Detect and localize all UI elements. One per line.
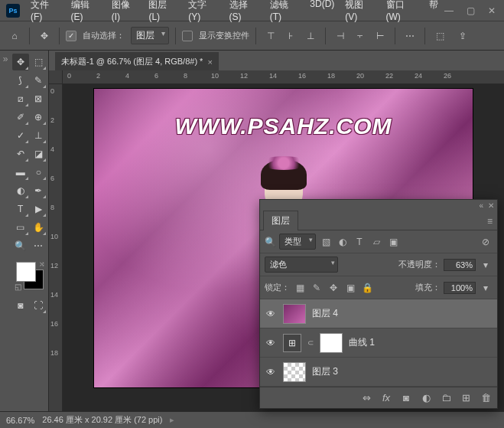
layer-name[interactable]: 图层 3 — [312, 365, 338, 378]
eyedropper-tool[interactable]: ✐ — [12, 109, 29, 126]
pen-tool[interactable]: ✒ — [31, 182, 47, 199]
layer-item[interactable]: 👁 图层 3 — [260, 358, 497, 387]
edit-toolbar[interactable]: ⋯ — [31, 237, 47, 254]
auto-select-checkbox[interactable]: ✓ — [66, 31, 76, 41]
delete-layer-icon[interactable]: 🗑 — [479, 391, 493, 405]
menu-edit[interactable]: 编辑(E) — [67, 0, 106, 25]
layer-thumbnail[interactable] — [283, 304, 306, 324]
menu-file[interactable]: 文件(F) — [26, 0, 65, 25]
panel-collapse-left[interactable]: » — [0, 51, 11, 411]
stamp-tool[interactable]: ⊥ — [31, 127, 47, 144]
adjustment-icon[interactable]: ⊞ — [283, 334, 301, 352]
layer-name[interactable]: 图层 4 — [312, 307, 338, 320]
lock-paint-icon[interactable]: ✎ — [310, 281, 324, 295]
type-tool[interactable]: T — [12, 201, 29, 217]
path-select-tool[interactable]: ▶ — [31, 201, 47, 217]
close-button[interactable]: ✕ — [486, 5, 498, 16]
marquee-tool[interactable]: ⬚ — [31, 54, 47, 70]
align-hmid-icon[interactable]: ⫟ — [352, 28, 369, 44]
minimize-button[interactable]: — — [443, 5, 455, 16]
filter-shape-icon[interactable]: ▱ — [369, 235, 383, 249]
move-tool-icon[interactable]: ✥ — [36, 28, 53, 44]
layer-item[interactable]: 👁 图层 4 — [260, 299, 497, 328]
align-bottom-icon[interactable]: ⊥ — [302, 28, 319, 44]
3d-mode-icon[interactable]: ⬚ — [431, 28, 448, 44]
menu-layer[interactable]: 图层(L) — [144, 0, 182, 25]
zoom-level[interactable]: 66.67% — [6, 416, 34, 425]
document-dimensions[interactable]: 26.46 厘米 x 20.92 厘米 (72 ppi) — [42, 414, 162, 426]
lock-all-icon[interactable]: 🔒 — [360, 281, 374, 295]
frame-tool[interactable]: ⊠ — [31, 90, 47, 107]
link-layers-icon[interactable]: ⇔ — [359, 391, 373, 405]
document-tab[interactable]: 未标题-1 @ 66.7% (图层 4, RGB/8#) * × — [55, 52, 219, 70]
ruler-origin[interactable] — [49, 70, 63, 84]
opacity-input[interactable]: 63% — [444, 259, 476, 271]
panel-collapse-icon[interactable]: « — [479, 201, 483, 210]
fx-icon[interactable]: fx — [379, 391, 393, 405]
lock-nest-icon[interactable]: ▣ — [343, 281, 357, 295]
menu-view[interactable]: 视图(V) — [340, 0, 379, 25]
home-icon[interactable]: ⌂ — [6, 28, 23, 44]
filter-pixel-icon[interactable]: ▧ — [319, 235, 333, 249]
gradient-tool[interactable]: ▬ — [12, 164, 29, 181]
ruler-vertical[interactable]: 024681012141618 — [49, 84, 63, 411]
align-right-icon[interactable]: ⊢ — [372, 28, 389, 44]
swap-colors-icon[interactable]: ⤭ — [39, 260, 45, 268]
opacity-drop-icon[interactable]: ▾ — [479, 258, 493, 272]
visibility-icon[interactable]: 👁 — [265, 309, 277, 319]
mask-thumbnail[interactable] — [320, 333, 343, 353]
blend-mode-select[interactable]: 滤色 — [265, 256, 338, 273]
zoom-tool[interactable]: 🔍 — [12, 237, 29, 254]
ruler-horizontal[interactable]: 02468101214161820222426 — [63, 70, 504, 84]
adjustment-layer-icon[interactable]: ◐ — [419, 391, 433, 405]
layer-thumbnail[interactable] — [283, 362, 306, 382]
dodge-tool[interactable]: ◐ — [12, 182, 29, 199]
filter-type-select[interactable]: 类型 — [279, 234, 316, 250]
visibility-icon[interactable]: 👁 — [265, 338, 277, 348]
lock-pos-icon[interactable]: ✥ — [327, 281, 340, 295]
menu-window[interactable]: 窗口(W) — [382, 0, 423, 25]
shape-tool[interactable]: ▭ — [12, 219, 29, 236]
panel-close-icon[interactable]: ✕ — [488, 201, 494, 210]
quickmask-tool[interactable]: ◙ — [12, 297, 29, 314]
menu-select[interactable]: 选择(S) — [225, 0, 264, 25]
panel-menu-icon[interactable]: ≡ — [483, 213, 497, 230]
align-left-icon[interactable]: ⊣ — [332, 28, 349, 44]
history-brush-tool[interactable]: ↶ — [12, 145, 29, 162]
fill-drop-icon[interactable]: ▾ — [479, 281, 493, 295]
mask-icon[interactable]: ◙ — [399, 391, 413, 405]
share-icon[interactable]: ⇪ — [454, 28, 471, 44]
menu-filter[interactable]: 滤镜(T) — [265, 0, 304, 25]
show-transform-checkbox[interactable] — [182, 31, 193, 41]
menu-3d[interactable]: 3D(D) — [305, 0, 339, 25]
move-tool[interactable]: ✥ — [12, 54, 29, 70]
fill-input[interactable]: 100% — [444, 282, 476, 294]
filter-toggle-icon[interactable]: ⊘ — [479, 235, 493, 249]
layer-item[interactable]: 👁 ⊞ ⊂ 曲线 1 — [260, 328, 497, 358]
filter-type-icon[interactable]: T — [353, 235, 366, 249]
menu-image[interactable]: 图像(I) — [107, 0, 143, 25]
filter-adjust-icon[interactable]: ◐ — [336, 235, 350, 249]
new-layer-icon[interactable]: ⊞ — [459, 391, 473, 405]
layers-tab[interactable]: 图层 — [263, 211, 298, 230]
auto-select-target[interactable]: 图层 — [131, 27, 169, 44]
tab-close-icon[interactable]: × — [207, 57, 212, 67]
default-colors-icon[interactable]: ◱ — [15, 283, 21, 291]
blur-tool[interactable]: ○ — [31, 164, 47, 181]
menu-help[interactable]: 帮 — [424, 0, 443, 25]
crop-tool[interactable]: ⧄ — [12, 90, 29, 107]
maximize-button[interactable]: ▢ — [464, 5, 476, 16]
color-swatches[interactable]: ⤭ ◱ — [15, 260, 45, 291]
brush-tool[interactable]: ✓ — [12, 127, 29, 144]
filter-smart-icon[interactable]: ▣ — [386, 235, 400, 249]
healing-tool[interactable]: ⊕ — [31, 109, 47, 126]
eraser-tool[interactable]: ◪ — [31, 145, 47, 162]
lasso-tool[interactable]: ⟆ — [12, 72, 29, 89]
align-top-icon[interactable]: ⊤ — [262, 28, 279, 44]
align-vmid-icon[interactable]: ⊦ — [282, 28, 299, 44]
foreground-color[interactable] — [16, 262, 36, 282]
layer-name[interactable]: 曲线 1 — [349, 336, 375, 349]
group-icon[interactable]: 🗀 — [439, 391, 453, 405]
quick-select-tool[interactable]: ✎ — [31, 72, 47, 89]
screenmode-tool[interactable]: ⛶ — [31, 297, 47, 314]
